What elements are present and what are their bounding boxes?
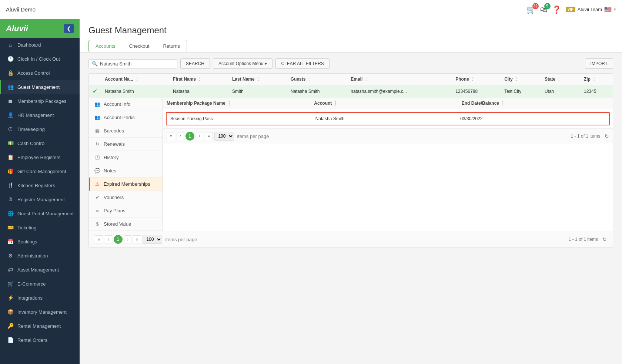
sidebar-item-access-control[interactable]: 🔒Access Control xyxy=(0,66,80,80)
inner-per-page-select[interactable]: 100 xyxy=(214,132,234,141)
sidebar-item-membership-packages[interactable]: ◼Membership Packages xyxy=(0,94,80,108)
outer-per-page-select[interactable]: 100 xyxy=(143,235,162,244)
col-menu-state[interactable]: ⋮ xyxy=(557,77,561,81)
sidebar-item-register-management[interactable]: 🖥Register Management xyxy=(0,192,80,206)
sidebar-icon-gift-card-management: 🎁 xyxy=(7,168,14,174)
col-menu-phone[interactable]: ⋮ xyxy=(471,77,475,81)
sidebar-item-kitchen-registers[interactable]: 🍴Kitchen Registers xyxy=(0,178,80,192)
col-header-account-name: Account Na...⋮ xyxy=(101,74,169,85)
sidebar-item-hr-management[interactable]: 👤HR Management xyxy=(0,108,80,122)
sub-area: 👥Account Info👥Account Perks▦Barcodes↻Ren… xyxy=(89,98,613,231)
sidebar: Aluvii ❮ ⌂Dashboard🕐Clock In / Clock Out… xyxy=(0,19,80,364)
search-input[interactable] xyxy=(100,61,174,67)
search-button[interactable]: SEARCH xyxy=(180,58,210,69)
sub-nav-item-renewals[interactable]: ↻Renewals xyxy=(89,138,163,151)
cell-city: Test City xyxy=(501,85,541,98)
outer-last-page-btn[interactable]: » xyxy=(133,235,141,243)
outer-prev-page-btn[interactable]: ‹ xyxy=(105,235,112,243)
sidebar-item-integrations[interactable]: ⚡Integrations xyxy=(0,291,80,305)
inner-col-menu-account[interactable]: ⋮ xyxy=(333,101,338,106)
inner-col-header-account: Account⋮ xyxy=(314,101,461,106)
sidebar-item-asset-management[interactable]: 🏷Asset Management xyxy=(0,263,80,277)
cart-icon-btn[interactable]: 🛒 32 xyxy=(526,5,536,14)
sidebar-item-e-commerce[interactable]: 🛒E-Commerce xyxy=(0,277,80,291)
col-header-checkbox xyxy=(89,74,101,85)
sidebar-item-cash-control[interactable]: 💵Cash Control xyxy=(0,136,80,150)
user-info[interactable]: VIP Aluvii Team 🇺🇸 ▾ xyxy=(566,6,616,13)
col-menu-guests[interactable]: ⋮ xyxy=(307,77,311,81)
sub-nav-icon-expired-memberships: ⚠ xyxy=(94,181,101,187)
sub-nav-item-pay-plans[interactable]: ≡Pay Plans xyxy=(89,204,163,218)
inner-last-page-btn[interactable]: » xyxy=(205,132,213,140)
inner-table-row: Season Parking Pass Natasha Smith 03/30/… xyxy=(166,112,610,125)
col-menu-first-name[interactable]: ⋮ xyxy=(197,77,201,81)
sidebar-item-ticketing[interactable]: 🎫Ticketing xyxy=(0,220,80,235)
sidebar-item-inventory-management[interactable]: 📦Inventory Management xyxy=(0,305,80,319)
sidebar-icon-register-management: 🖥 xyxy=(7,196,14,202)
outer-next-page-btn[interactable]: › xyxy=(124,235,131,243)
sidebar-item-timekeeping[interactable]: ⏱Timekeeping xyxy=(0,122,80,136)
inner-col-menu-membership-package-name[interactable]: ⋮ xyxy=(227,101,231,106)
sidebar-item-administration[interactable]: ⚙Administration xyxy=(0,249,80,263)
col-menu-zip[interactable]: ⋮ xyxy=(592,77,596,81)
tab-accounts[interactable]: Accounts xyxy=(88,40,122,52)
header-left: Aluvii Demo xyxy=(6,6,36,13)
sub-nav-item-account-perks[interactable]: 👥Account Perks xyxy=(89,111,163,124)
inner-next-page-btn[interactable]: › xyxy=(196,132,203,140)
sidebar-label-rental-orders: Rental Orders xyxy=(17,337,47,343)
sidebar-item-rental-management[interactable]: 🔑Rental Management xyxy=(0,319,80,333)
clear-filters-button[interactable]: CLEAR ALL FILTERS xyxy=(275,58,329,69)
sidebar-icon-timekeeping: ⏱ xyxy=(7,126,14,132)
sidebar-icon-access-control: 🔒 xyxy=(7,70,14,76)
page-header: Guest Management AccountsCheckoutReturns xyxy=(80,19,622,53)
cart-badge: 32 xyxy=(532,3,539,9)
sub-nav-label-expired-memberships: Expired Memberships xyxy=(104,181,150,187)
table-row[interactable]: ✔ Natasha Smith Natasha Smith Natasha Sm… xyxy=(89,85,613,98)
col-header-email: Email⋮ xyxy=(347,74,452,85)
sidebar-item-bookings[interactable]: 📅Bookings xyxy=(0,235,80,249)
cell-guests: Natasha Smith xyxy=(287,85,347,98)
inner-refresh-icon[interactable]: ↻ xyxy=(605,133,609,139)
sidebar-item-gift-card-management[interactable]: 🎁Gift Card Management xyxy=(0,164,80,178)
sidebar-label-inventory-management: Inventory Management xyxy=(17,309,67,315)
tab-returns[interactable]: Returns xyxy=(156,40,187,52)
sub-nav-item-history[interactable]: 🕐History xyxy=(89,151,163,164)
sidebar-label-membership-packages: Membership Packages xyxy=(17,98,66,104)
main-table-panel: Account Na...⋮First Name⋮Last Name⋮Guest… xyxy=(88,73,613,248)
sidebar-item-dashboard[interactable]: ⌂Dashboard xyxy=(0,38,80,52)
sub-nav-label-account-perks: Account Perks xyxy=(104,115,135,120)
sidebar-toggle-btn[interactable]: ❮ xyxy=(64,24,74,33)
sidebar-item-guest-portal-management[interactable]: 🌐Guest Portal Management xyxy=(0,206,80,220)
help-icon-btn[interactable]: ❓ xyxy=(552,5,561,14)
sub-nav-item-stored-value[interactable]: $Stored Value xyxy=(89,218,163,231)
app-name: Aluvii Demo xyxy=(6,6,36,13)
sidebar-icon-rental-orders: 📄 xyxy=(7,337,14,343)
inner-prev-page-btn[interactable]: ‹ xyxy=(177,132,184,140)
sidebar-item-guest-management[interactable]: 👥Guest Management xyxy=(0,80,80,94)
inner-first-page-btn[interactable]: « xyxy=(167,132,175,140)
col-menu-last-name[interactable]: ⋮ xyxy=(256,77,260,81)
row-check-cell: ✔ xyxy=(89,85,101,98)
col-menu-account-name[interactable]: ⋮ xyxy=(135,77,139,81)
inner-col-menu-end-date-balance[interactable]: ⋮ xyxy=(501,101,505,106)
sidebar-item-clock-in-clock-out[interactable]: 🕐Clock In / Clock Out xyxy=(0,52,80,66)
inner-per-page-label: items per page xyxy=(237,134,269,139)
sub-nav-item-account-info[interactable]: 👥Account Info xyxy=(89,98,163,111)
sidebar-item-employee-registers[interactable]: 📋Employee Registers xyxy=(0,150,80,164)
sub-nav-item-vouchers[interactable]: ✔Vouchers xyxy=(89,191,163,204)
col-menu-email[interactable]: ⋮ xyxy=(364,77,368,81)
sub-nav-item-barcodes[interactable]: ▦Barcodes xyxy=(89,124,163,138)
outer-first-page-btn[interactable]: « xyxy=(95,235,103,243)
sidebar-icon-clock-in-clock-out: 🕐 xyxy=(7,56,14,62)
sub-nav-item-notes[interactable]: 💬Notes xyxy=(89,164,163,178)
outer-refresh-icon[interactable]: ↻ xyxy=(602,236,607,242)
sidebar-icon-membership-packages: ◼ xyxy=(7,98,14,104)
sidebar-item-rental-orders[interactable]: 📄Rental Orders xyxy=(0,333,80,347)
tab-checkout[interactable]: Checkout xyxy=(122,40,156,52)
account-options-menu-button[interactable]: Account Options Menu ▾ xyxy=(213,58,272,69)
col-header-last-name: Last Name⋮ xyxy=(228,74,287,85)
import-button[interactable]: IMPORT xyxy=(585,58,613,69)
col-menu-city[interactable]: ⋮ xyxy=(514,77,518,81)
sub-nav-item-expired-memberships[interactable]: ⚠Expired Memberships xyxy=(89,178,163,191)
shop-icon-btn[interactable]: 🛍 5 xyxy=(540,5,548,14)
